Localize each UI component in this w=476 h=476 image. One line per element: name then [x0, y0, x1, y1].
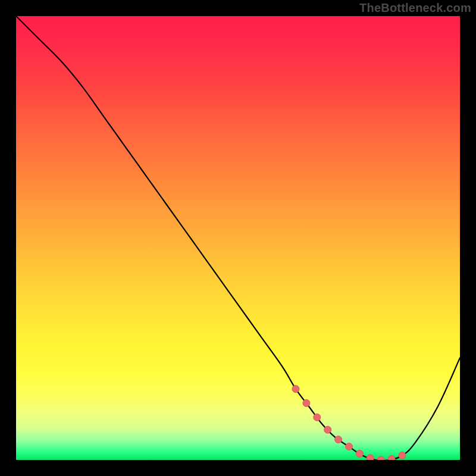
marker-group [292, 386, 406, 460]
curve-marker [314, 414, 321, 421]
curve-marker [335, 436, 342, 443]
curve-marker [324, 426, 331, 433]
curve-marker [292, 386, 299, 393]
plot-area [16, 16, 460, 460]
curve-marker [356, 450, 363, 458]
curve-svg [16, 16, 460, 460]
curve-marker [346, 443, 353, 450]
watermark-text: TheBottleneck.com [359, 1, 471, 15]
curve-marker [399, 452, 406, 459]
curve-marker [303, 400, 310, 407]
bottleneck-curve [16, 16, 460, 460]
chart-frame: TheBottleneck.com [0, 0, 476, 476]
curve-marker [388, 456, 395, 460]
curve-marker [367, 455, 374, 460]
curve-marker [377, 456, 384, 460]
